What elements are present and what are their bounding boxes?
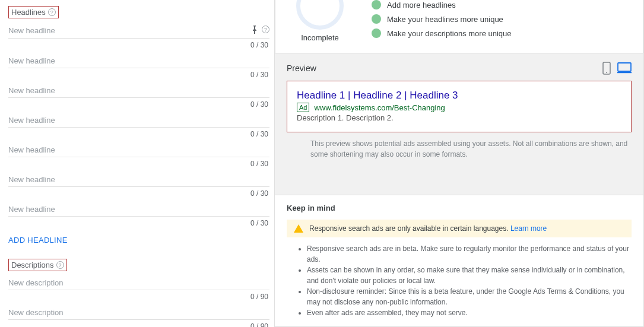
right-panel: Incomplete Add more headlines Make your … [274,0,644,327]
ideas-list: Add more headlines Make your headlines m… [372,0,512,38]
headline-field [8,109,269,128]
headline-field: ? [8,18,269,39]
idea-status-icon [372,14,381,24]
headlines-label-text: Headlines [11,8,46,17]
help-icon[interactable]: ? [56,261,64,269]
help-icon[interactable]: ? [48,8,56,16]
list-item: Assets can be shown in any order, so mak… [307,265,632,286]
keep-in-mind-title: Keep in mind [287,204,632,212]
help-icon[interactable]: ? [262,26,269,33]
headline-field [8,138,269,157]
preview-note: This preview shows potential ads assembl… [275,132,643,160]
left-panel: Headlines ? ? 0 / 30 0 / 30 0 / 30 0 / 3… [0,0,274,327]
descriptions-section-label: Descriptions ? [8,259,67,271]
ad-preview-description: Description 1. Description 2. [297,113,621,122]
idea-item[interactable]: Add more headlines [372,0,512,9]
svg-point-1 [606,72,607,73]
char-counter: 0 / 90 [8,290,269,301]
language-banner: Responsive search ads are only available… [287,220,632,237]
headline-field [8,49,269,68]
headline-field [8,168,269,187]
headlines-section-label: Headlines ? [8,6,59,18]
list-item: Responsive search ads are in beta. Make … [307,243,632,265]
headline-input[interactable] [8,145,269,154]
keep-in-mind-box: Keep in mind Responsive search ads are o… [275,195,643,326]
idea-text: Add more headlines [387,1,456,9]
char-counter: 0 / 90 [8,320,269,327]
mobile-icon[interactable] [602,62,611,75]
headline-input[interactable] [8,86,269,95]
char-counter: 0 / 30 [8,217,269,227]
headline-input[interactable] [8,205,269,214]
svg-rect-3 [617,72,632,73]
idea-text: Make your descriptions more unique [387,29,512,38]
preview-title: Preview [287,64,316,73]
description-input[interactable] [8,278,269,287]
idea-item[interactable]: Make your descriptions more unique [372,28,512,38]
ad-preview-url: www.fidelsystems.com/Best-Changing [314,103,445,112]
ad-strength-box: Incomplete Add more headlines Make your … [275,0,643,53]
ad-strength-status: Incomplete [301,33,339,42]
idea-status-icon [372,28,381,38]
description-field [8,301,269,320]
char-counter: 0 / 30 [8,39,269,49]
keep-in-mind-list: Responsive search ads are in beta. Make … [287,243,632,318]
ad-preview-headline: Headline 1 | Headline 2 | Headline 3 [297,90,621,101]
svg-rect-2 [618,63,631,71]
add-headline-button[interactable]: ADD HEADLINE [8,227,269,248]
char-counter: 0 / 30 [8,98,269,109]
headline-input[interactable] [8,26,251,35]
char-counter: 0 / 30 [8,128,269,138]
ad-strength-meter: Incomplete [287,0,353,42]
headline-input[interactable] [8,116,269,125]
idea-item[interactable]: Make your headlines more unique [372,14,512,24]
headline-input[interactable] [8,56,269,65]
description-field [8,271,269,290]
desktop-icon[interactable] [617,62,632,75]
device-toggle [602,62,632,75]
idea-text: Make your headlines more unique [387,15,503,24]
ad-preview-card: Headline 1 | Headline 2 | Headline 3 Ad … [287,81,632,132]
donut-icon [296,0,344,30]
char-counter: 0 / 30 [8,68,269,79]
description-input[interactable] [8,308,269,317]
preview-header: Preview [275,53,643,81]
idea-status-icon [372,0,381,9]
headline-field [8,198,269,217]
warning-icon [294,224,303,233]
learn-more-link[interactable]: Learn more [510,224,547,233]
headline-field [8,79,269,98]
headline-input[interactable] [8,175,269,184]
descriptions-label-text: Descriptions [11,261,54,269]
char-counter: 0 / 30 [8,157,269,168]
char-counter: 0 / 30 [8,187,269,198]
ad-preview-url-line: Ad www.fidelsystems.com/Best-Changing [297,103,621,112]
list-item: Non-disclosure reminder: Since this is a… [307,286,632,307]
list-item: Even after ads are assembled, they may n… [307,307,632,318]
ad-badge: Ad [297,103,309,112]
language-banner-text: Responsive search ads are only available… [309,224,547,233]
pin-icon[interactable] [251,26,258,36]
